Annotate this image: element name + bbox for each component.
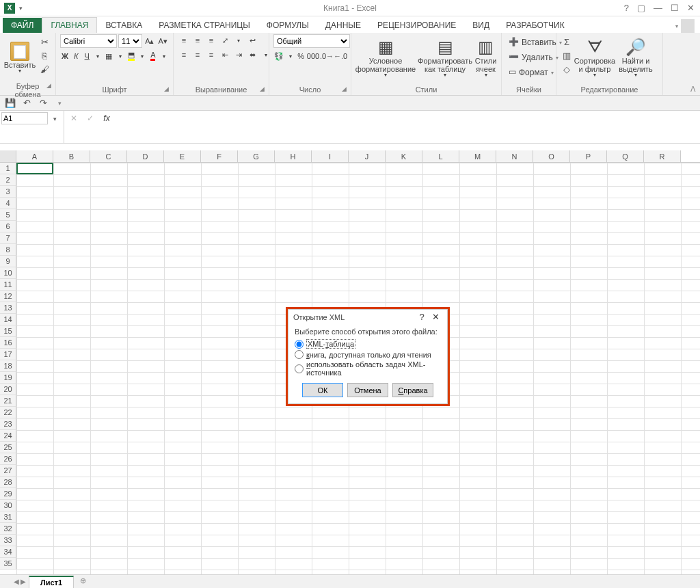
column-header[interactable]: L [422,150,459,162]
active-cell[interactable] [16,163,53,174]
sheet-nav-next-icon[interactable]: ▶ [21,578,26,585]
comma-icon[interactable]: 000 [307,50,319,62]
orientation-icon[interactable]: ⤢ [219,34,231,46]
tab-home[interactable]: ГЛАВНАЯ [42,17,97,33]
column-header[interactable]: D [127,150,164,162]
row-header[interactable]: 28 [0,477,16,488]
decrease-decimal-icon[interactable]: ←.0 [334,50,347,62]
cancel-formula-icon[interactable]: ✕ [67,112,81,124]
row-header[interactable]: 14 [0,314,16,325]
column-header[interactable]: C [90,150,127,162]
increase-indent-icon[interactable]: ⇥ [232,49,245,61]
maximize-icon[interactable]: ☐ [671,3,679,13]
tab-file[interactable]: ФАЙЛ [3,18,42,33]
row-header[interactable]: 21 [0,395,16,407]
ribbon-display-icon[interactable]: ▢ [637,3,645,13]
row-header[interactable]: 2 [0,174,16,186]
column-header[interactable]: R [644,150,681,162]
row-header[interactable]: 23 [0,418,16,430]
wrap-text-icon[interactable]: ↩ [246,34,258,46]
row-header[interactable]: 25 [0,442,16,453]
decrease-font-icon[interactable]: A▾ [157,35,169,47]
user-account[interactable]: ▾ [675,19,700,33]
row-header[interactable]: 26 [0,453,16,465]
select-all-corner[interactable] [0,150,16,162]
column-header[interactable]: H [275,150,312,162]
row-header[interactable]: 6 [0,221,16,232]
row-header[interactable]: 9 [0,256,16,267]
number-format-select[interactable]: Общий [273,34,350,48]
column-header[interactable]: E [164,150,201,162]
dialog-help-icon[interactable]: ? [415,312,429,322]
bold-button[interactable]: Ж [60,50,70,62]
row-header[interactable]: 8 [0,244,16,256]
insert-cells-button[interactable]: ➕Вставить▾ [506,36,552,49]
column-header[interactable]: G [238,150,275,162]
row-header[interactable]: 10 [0,267,16,279]
name-box[interactable] [1,112,48,124]
currency-icon[interactable]: 💱 [273,50,284,62]
tab-view[interactable]: ВИД [464,18,498,33]
align-center-icon[interactable]: ≡ [191,49,204,61]
minimize-icon[interactable]: — [654,3,662,13]
align-top-icon[interactable]: ≡ [178,34,190,46]
sort-filter-button[interactable]: ᗊ Сортировка и фильтр ▾ [576,34,614,81]
column-header[interactable]: N [496,150,533,162]
row-header[interactable]: 3 [0,186,16,198]
collapse-ribbon-icon[interactable]: ᐱ [690,85,696,94]
increase-font-icon[interactable]: A▴ [144,35,155,47]
format-as-table-button[interactable]: ▤ Форматировать как таблицу ▾ [418,34,472,81]
column-header[interactable]: O [533,150,570,162]
format-cells-button[interactable]: ▭Формат▾ [506,66,552,79]
tab-insert[interactable]: ВСТАВКА [97,18,150,33]
row-header[interactable]: 31 [0,511,16,523]
font-name-select[interactable]: Calibri [60,34,117,48]
row-header[interactable]: 32 [0,523,16,535]
enter-formula-icon[interactable]: ✓ [83,112,97,124]
row-header[interactable]: 17 [0,349,16,360]
column-header[interactable]: F [201,150,238,162]
insert-function-icon[interactable]: fx [100,112,113,124]
cancel-button[interactable]: Отмена [347,383,388,397]
row-header[interactable]: 11 [0,279,16,291]
row-header[interactable]: 34 [0,546,16,558]
row-header[interactable]: 13 [0,302,16,314]
font-color-icon[interactable]: А [148,50,158,62]
tab-review[interactable]: РЕЦЕНЗИРОВАНИЕ [369,18,464,33]
decrease-indent-icon[interactable]: ⇤ [219,49,231,61]
row-header[interactable]: 20 [0,384,16,395]
column-header[interactable]: B [53,150,90,162]
column-header[interactable]: Q [607,150,644,162]
tab-data[interactable]: ДАННЫЕ [317,18,369,33]
radio-xml-table[interactable] [295,340,304,349]
fill-color-icon[interactable]: ⬒ [126,50,136,62]
row-header[interactable]: 30 [0,500,16,511]
row-header[interactable]: 19 [0,372,16,384]
fill-icon[interactable]: ▥ [561,49,573,62]
column-header[interactable]: I [312,150,349,162]
paste-button[interactable]: Вставить ▾ [4,34,36,81]
align-right-icon[interactable]: ≡ [205,49,217,61]
row-header[interactable]: 35 [0,558,16,570]
percent-icon[interactable]: % [297,50,306,62]
row-header[interactable]: 18 [0,360,16,372]
column-header[interactable]: M [459,150,496,162]
font-size-select[interactable]: 11 [118,34,142,48]
clipboard-dialog-launcher[interactable]: ◢ [46,82,51,89]
alignment-dialog-launcher[interactable]: ◢ [260,85,265,92]
radio-readonly[interactable] [295,350,304,359]
sheet-nav-prev-icon[interactable]: ◀ [14,578,19,585]
close-icon[interactable]: ✕ [687,3,695,13]
find-select-button[interactable]: 🔎 Найти и выделить ▾ [617,34,655,81]
row-header[interactable]: 1 [0,163,16,174]
underline-button[interactable]: Ч [82,50,92,62]
row-header[interactable]: 27 [0,465,16,477]
column-header[interactable]: J [349,150,386,162]
dialog-close-icon[interactable]: ✕ [429,312,442,322]
formula-input[interactable] [116,112,697,139]
help-button[interactable]: Справка [392,383,433,397]
format-painter-icon[interactable]: 🖌 [38,63,51,75]
font-dialog-launcher[interactable]: ◢ [164,85,169,92]
help-icon[interactable]: ? [624,3,629,13]
option-xml-table[interactable]: XML-таблица [295,338,441,349]
